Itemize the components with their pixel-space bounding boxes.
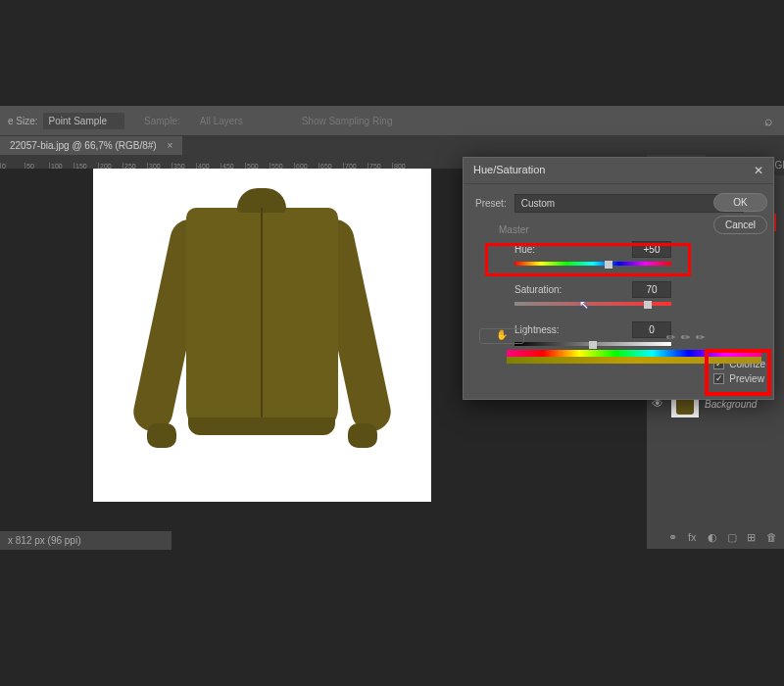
options-bar: e Size: Point Sample Sample: All Layers … [0,106,784,135]
new-layer-icon[interactable]: ⊞ [747,531,760,545]
hand-icon: ✋ [480,329,523,343]
mask-icon[interactable]: ◐ [708,531,721,545]
sample-size-select[interactable]: Point Sample [43,113,124,129]
layer-panel-icons: ⚭ fx ◐ ▢ ⊞ 🗑 [668,531,780,545]
cancel-button[interactable]: Cancel [713,216,767,234]
spectrum-bar [507,350,761,364]
cuff-left [147,423,176,448]
cursor-icon: ↖ [579,298,589,312]
hue-thumb[interactable] [605,261,612,269]
jacket-image [147,178,377,472]
dialog-body: Preset: Custom ⚙ OK Cancel Master Hue: +… [464,184,773,371]
spectrum-output [507,357,761,364]
hue-slider[interactable] [514,262,671,270]
saturation-value[interactable]: 70 [632,281,671,298]
eyedropper-group: ✏ ✏ ✏ [666,331,705,344]
preset-select[interactable]: Custom [514,194,744,213]
eyedropper-minus-icon[interactable]: ✏ [696,331,705,344]
cuff-right [348,423,377,448]
saturation-slider[interactable] [514,302,671,310]
lightness-slider[interactable] [514,342,671,350]
preview-row[interactable]: ✓ Preview [713,373,765,384]
dialog-titlebar[interactable]: Hue/Saturation ✕ [464,158,773,184]
saturation-thumb[interactable] [644,301,652,309]
link-icon[interactable]: ⚭ [668,531,682,545]
preset-label: Preset: [475,198,507,209]
eyedropper-icon[interactable]: ✏ [666,331,675,344]
hue-saturation-dialog: Hue/Saturation ✕ Preset: Custom ⚙ OK Can… [463,157,774,400]
hue-group: Hue: +50 [514,241,671,270]
eyedropper-plus-icon[interactable]: ✏ [681,331,690,344]
layer-name: Background [705,399,757,410]
document-tab[interactable]: 22057-bia.jpg @ 66,7% (RGB/8#) × [0,136,182,155]
close-icon[interactable]: × [167,140,172,151]
dialog-title-text: Hue/Saturation [473,164,545,177]
ok-button[interactable]: OK [713,193,767,212]
lightness-value[interactable]: 0 [632,321,671,338]
lightness-thumb[interactable] [589,341,597,349]
scrubby-tool[interactable]: ✋ [479,328,524,344]
close-icon[interactable]: ✕ [754,164,763,177]
preview-checkbox[interactable]: ✓ [713,373,724,384]
trash-icon[interactable]: 🗑 [766,531,780,545]
hue-value[interactable]: +50 [632,241,671,258]
lightness-group: Lightness: 0 [514,321,671,350]
sample-label: Sample: [144,116,180,126]
zipper [261,208,263,428]
document-tab-label: 22057-bia.jpg @ 66,7% (RGB/8#) [10,140,157,151]
folder-icon[interactable]: ▢ [727,531,741,545]
fx-icon[interactable]: fx [688,531,702,545]
document-tab-bar: 22057-bia.jpg @ 66,7% (RGB/8#) × [0,135,784,155]
saturation-group: Saturation: 70 [514,281,671,310]
search-icon[interactable]: ⌕ [764,113,772,128]
size-label: e Size: [8,116,38,126]
hue-label: Hue: [514,244,535,255]
sampling-ring-label: Show Sampling Ring [302,116,393,126]
preview-label: Preview [729,373,764,384]
layers-select[interactable]: All Layers [200,116,243,126]
canvas[interactable] [93,169,431,502]
jacket-hem [188,417,335,435]
status-bar: x 812 px (96 ppi) [0,531,172,550]
saturation-label: Saturation: [514,284,562,295]
spectrum-input [507,350,761,357]
